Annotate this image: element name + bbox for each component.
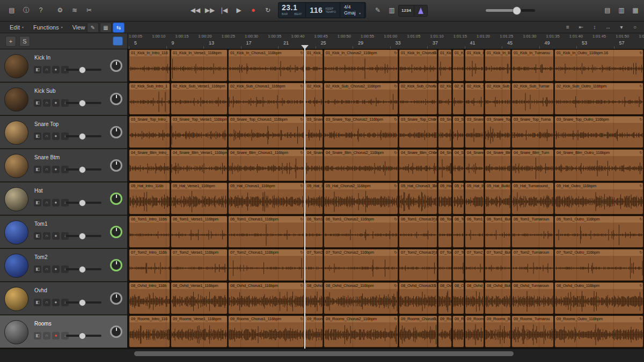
audio-region[interactable]: 07_Tom2_ [452, 249, 464, 281]
track-volume-thumb[interactable] [79, 299, 86, 306]
mute-button[interactable]: ◧ [34, 132, 41, 140]
audio-region[interactable]: 03_Snare_ [452, 116, 464, 148]
audio-region[interactable]: 03_Snare_Top_Outro_116bpm↻ [554, 116, 643, 148]
record-enable-button[interactable]: ● [52, 99, 60, 107]
audio-region[interactable]: 08_Ovhd_Chorus3,1↻ [399, 282, 437, 314]
audio-region[interactable]: 08_Ovhd_Outro_116bpm↻ [554, 282, 643, 314]
audio-region[interactable]: 01_Kick_In_Intro_116 [129, 49, 170, 82]
chat-icon[interactable]: ▥ [615, 4, 628, 16]
audio-region[interactable]: 04_Snare_Btm_Outro_116bpm↻ [554, 149, 643, 181]
track-header-kick-sub[interactable]: Kick Sub◧∩●↓ [0, 83, 127, 115]
audio-region[interactable]: 01_Kick_I [438, 49, 452, 82]
track-volume-thumb[interactable] [79, 133, 86, 140]
pan-knob[interactable] [110, 226, 122, 238]
horizontal-zoom-icon[interactable]: ↔ [603, 23, 613, 32]
record-enable-button[interactable]: ● [52, 66, 60, 73]
mute-button[interactable]: ◧ [34, 232, 41, 240]
audio-region[interactable]: 06_Tom1_ [438, 216, 452, 248]
audio-region[interactable]: 02_Kick_Sub_Intro_1 [129, 83, 170, 115]
autozoom-icon[interactable]: ⇤ [576, 23, 587, 32]
horizontal-scrollbar[interactable] [134, 351, 514, 356]
audio-region[interactable]: 09_Rooms_Turnarou [511, 315, 554, 348]
audio-region[interactable]: 07_Tom2_Build [485, 249, 511, 281]
playhead[interactable] [304, 45, 305, 349]
audio-region[interactable]: 01_Kick_In_Outro_116bpm.16↻ [554, 49, 643, 82]
audio-region[interactable]: 06_Tom1_Build [485, 216, 511, 248]
audio-region[interactable]: 01_Kick_In_Verse1_116bpm [171, 49, 228, 82]
menu-edit[interactable]: Edit▾ [10, 24, 24, 31]
pointer-tool-icon[interactable]: ✎ [87, 23, 99, 33]
lcd-position[interactable]: 23.1 BAR BEAT [278, 2, 306, 18]
record-enable-button[interactable]: ● [52, 132, 60, 140]
cycle-button[interactable]: ↻ [261, 4, 274, 16]
audio-region[interactable]: 07_Tom2_Outro_116bpm↻ [554, 249, 643, 281]
mute-button[interactable]: ◧ [34, 199, 41, 206]
link-icon[interactable]: ○ [630, 23, 640, 32]
audio-region[interactable]: 09_Rooms_Intro_116 [129, 315, 170, 348]
audio-region[interactable]: 02_Kick_Sub_B [465, 83, 484, 115]
track-volume-slider[interactable] [66, 102, 101, 104]
metronome-button[interactable] [414, 5, 428, 17]
audio-region[interactable]: 07_Tom2_Chorus2_116bpm↻ [324, 249, 398, 281]
audio-region[interactable]: 05_Hat_Chorus2_116bpm↻ [324, 182, 398, 215]
audio-region[interactable]: 04_Snare_Btm_Chorus1_116bpm↻ [228, 149, 304, 181]
audio-region[interactable]: 05_Hat_B [438, 182, 452, 215]
audio-region[interactable]: 03_Snare_Top_Verse1_116bpm [171, 116, 228, 148]
audio-region[interactable]: 05_Hat_Break2 [465, 182, 484, 215]
solo-button[interactable]: ∩ [43, 166, 50, 173]
audio-region[interactable]: 06_Tom1_Brea [465, 216, 484, 248]
pan-knob[interactable] [110, 159, 122, 172]
audio-region[interactable]: 01_Kick_In_Chorus2_116bpm↻ [324, 49, 398, 82]
track-volume-thumb[interactable] [79, 333, 86, 339]
record-enable-button[interactable]: ● [52, 299, 60, 306]
audio-region[interactable]: 04_Snare_Btm_Chorus2_116bpm↻ [324, 149, 398, 181]
audio-region[interactable]: 06_Tom1_Turnaroun [511, 216, 554, 248]
track-header-tom2[interactable]: Tom2◧∩●↓ [0, 249, 127, 282]
solo-button[interactable]: ∩ [43, 132, 50, 140]
track-volume-thumb[interactable] [79, 100, 86, 107]
audio-region[interactable]: 07_Tom2_ [438, 249, 452, 281]
audio-region[interactable]: 02_Kick_S [452, 83, 464, 115]
settings-icon[interactable]: ⚙ [54, 4, 67, 16]
audio-region[interactable]: 01_Kick_In_Chorus3↻ [399, 49, 437, 82]
audio-region[interactable]: 06_Tom1_Chorus3_1↻ [399, 216, 437, 248]
audio-region[interactable]: 09_Rooms_Outro_116bpm↻ [554, 315, 643, 348]
audio-region[interactable]: 03_Snare_Top_Chor↻ [399, 116, 437, 148]
mute-button[interactable]: ◧ [34, 332, 41, 339]
audio-region[interactable]: 06_Tom1_ [452, 216, 464, 248]
audio-region[interactable]: 05_Hat_Verse1_116bpm [171, 182, 228, 215]
lcd-signature[interactable]: 4/4 Gmaj ▾ [340, 2, 365, 18]
audio-region[interactable]: 09_Rooms_ [452, 315, 464, 348]
track-volume-slider[interactable] [66, 301, 101, 304]
mute-button[interactable]: ◧ [34, 265, 41, 273]
global-solo-button[interactable]: S [19, 36, 30, 47]
audio-region[interactable]: 08_Ovhd_Build [485, 282, 511, 314]
audio-region[interactable]: 04_Snare_Btm_Turn [511, 149, 554, 181]
record-enable-button[interactable]: ● [52, 232, 60, 240]
audio-region[interactable]: 07_Tom2_Chorus3_11↻ [399, 249, 437, 281]
audio-region[interactable]: 01_Kick_I [305, 49, 323, 82]
audio-region[interactable]: 05_Hat_Chorus3_116↻ [399, 182, 437, 215]
track-volume-slider[interactable] [66, 69, 101, 71]
pan-knob[interactable] [110, 93, 122, 105]
audio-region[interactable]: 04_Snare_Btm_Intro_ [129, 149, 170, 181]
audio-region[interactable]: 05_Hat_B [305, 182, 323, 215]
audio-region[interactable]: 09_Rooms_Bre [465, 315, 484, 348]
solo-button[interactable]: ∩ [43, 299, 50, 306]
audio-region[interactable]: 09_Room [438, 315, 452, 348]
audio-region[interactable]: 04_Snare_Btm [485, 149, 511, 181]
audio-region[interactable]: 01_Kick_In_Chorus1_116bpm↻ [228, 49, 304, 82]
audio-region[interactable]: 06_Tom1_ [305, 216, 323, 248]
audio-region[interactable]: 09_Room [305, 315, 323, 348]
pan-knob[interactable] [110, 292, 122, 305]
audio-region[interactable]: 08_Ovhd_Turnaroun [511, 282, 554, 314]
track-volume-slider[interactable] [66, 135, 101, 137]
audio-region[interactable]: 05_Hat_B [452, 182, 464, 215]
track-volume-thumb[interactable] [79, 233, 86, 240]
audio-region[interactable]: 05_Hat_Intro_116b [129, 182, 170, 215]
audio-region[interactable]: 03_Snare [438, 116, 452, 148]
track-header-snare-btm[interactable]: Snare Btm◧∩●↓ [0, 149, 127, 182]
lcd-tempo[interactable]: 116 KEEP TEMPO [306, 2, 340, 18]
audio-region[interactable]: 05_Hat_Build_1 [485, 182, 511, 215]
audio-region[interactable]: 01_Kick_In_Turnarou [511, 49, 554, 82]
